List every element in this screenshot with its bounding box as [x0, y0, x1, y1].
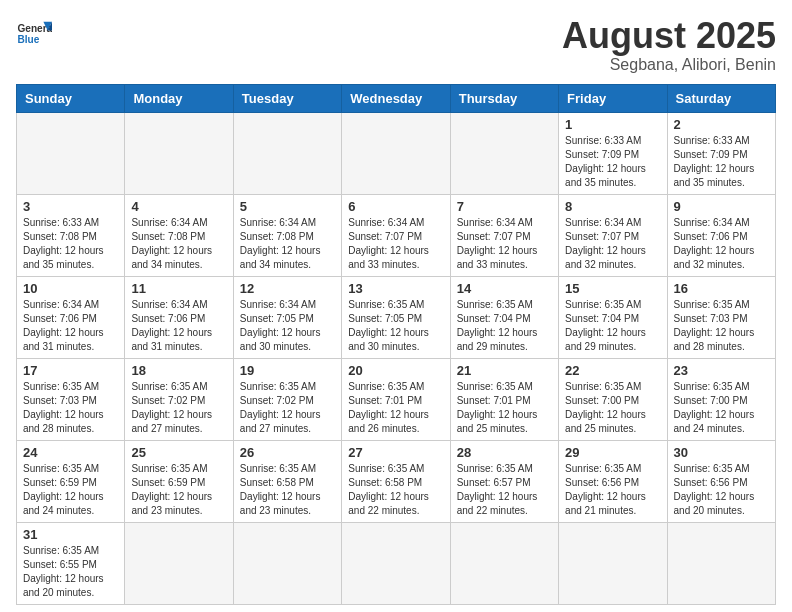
- calendar-day-cell: 4Sunrise: 6:34 AM Sunset: 7:08 PM Daylig…: [125, 194, 233, 276]
- calendar-day-cell: [17, 112, 125, 194]
- day-number: 17: [23, 363, 118, 378]
- day-info: Sunrise: 6:33 AM Sunset: 7:08 PM Dayligh…: [23, 216, 118, 272]
- day-number: 23: [674, 363, 769, 378]
- calendar-day-cell: 18Sunrise: 6:35 AM Sunset: 7:02 PM Dayli…: [125, 358, 233, 440]
- calendar-week-row: 1Sunrise: 6:33 AM Sunset: 7:09 PM Daylig…: [17, 112, 776, 194]
- day-number: 20: [348, 363, 443, 378]
- calendar-day-cell: 15Sunrise: 6:35 AM Sunset: 7:04 PM Dayli…: [559, 276, 667, 358]
- day-info: Sunrise: 6:35 AM Sunset: 7:04 PM Dayligh…: [565, 298, 660, 354]
- calendar-day-cell: 12Sunrise: 6:34 AM Sunset: 7:05 PM Dayli…: [233, 276, 341, 358]
- day-number: 15: [565, 281, 660, 296]
- calendar-day-cell: 9Sunrise: 6:34 AM Sunset: 7:06 PM Daylig…: [667, 194, 775, 276]
- calendar-header-friday: Friday: [559, 84, 667, 112]
- calendar-day-cell: [667, 522, 775, 604]
- calendar-day-cell: 31Sunrise: 6:35 AM Sunset: 6:55 PM Dayli…: [17, 522, 125, 604]
- calendar-day-cell: 26Sunrise: 6:35 AM Sunset: 6:58 PM Dayli…: [233, 440, 341, 522]
- calendar-day-cell: 23Sunrise: 6:35 AM Sunset: 7:00 PM Dayli…: [667, 358, 775, 440]
- day-number: 30: [674, 445, 769, 460]
- calendar-header-sunday: Sunday: [17, 84, 125, 112]
- calendar-day-cell: 1Sunrise: 6:33 AM Sunset: 7:09 PM Daylig…: [559, 112, 667, 194]
- day-number: 28: [457, 445, 552, 460]
- day-info: Sunrise: 6:35 AM Sunset: 7:03 PM Dayligh…: [23, 380, 118, 436]
- day-number: 29: [565, 445, 660, 460]
- day-info: Sunrise: 6:35 AM Sunset: 6:59 PM Dayligh…: [23, 462, 118, 518]
- day-info: Sunrise: 6:35 AM Sunset: 7:01 PM Dayligh…: [348, 380, 443, 436]
- calendar-day-cell: 10Sunrise: 6:34 AM Sunset: 7:06 PM Dayli…: [17, 276, 125, 358]
- calendar-day-cell: 29Sunrise: 6:35 AM Sunset: 6:56 PM Dayli…: [559, 440, 667, 522]
- day-number: 9: [674, 199, 769, 214]
- calendar-day-cell: 20Sunrise: 6:35 AM Sunset: 7:01 PM Dayli…: [342, 358, 450, 440]
- day-info: Sunrise: 6:33 AM Sunset: 7:09 PM Dayligh…: [565, 134, 660, 190]
- logo-icon: General Blue: [16, 16, 52, 52]
- day-info: Sunrise: 6:35 AM Sunset: 6:57 PM Dayligh…: [457, 462, 552, 518]
- day-number: 5: [240, 199, 335, 214]
- day-info: Sunrise: 6:35 AM Sunset: 6:55 PM Dayligh…: [23, 544, 118, 600]
- calendar-day-cell: 25Sunrise: 6:35 AM Sunset: 6:59 PM Dayli…: [125, 440, 233, 522]
- calendar-day-cell: 14Sunrise: 6:35 AM Sunset: 7:04 PM Dayli…: [450, 276, 558, 358]
- day-number: 11: [131, 281, 226, 296]
- calendar-day-cell: 30Sunrise: 6:35 AM Sunset: 6:56 PM Dayli…: [667, 440, 775, 522]
- logo: General Blue: [16, 16, 52, 52]
- calendar-day-cell: 11Sunrise: 6:34 AM Sunset: 7:06 PM Dayli…: [125, 276, 233, 358]
- calendar-header-saturday: Saturday: [667, 84, 775, 112]
- calendar-day-cell: 19Sunrise: 6:35 AM Sunset: 7:02 PM Dayli…: [233, 358, 341, 440]
- calendar-week-row: 3Sunrise: 6:33 AM Sunset: 7:08 PM Daylig…: [17, 194, 776, 276]
- calendar-day-cell: 17Sunrise: 6:35 AM Sunset: 7:03 PM Dayli…: [17, 358, 125, 440]
- day-number: 22: [565, 363, 660, 378]
- day-info: Sunrise: 6:35 AM Sunset: 6:56 PM Dayligh…: [565, 462, 660, 518]
- header: General Blue August 2025 Segbana, Alibor…: [16, 16, 776, 74]
- svg-text:Blue: Blue: [17, 34, 39, 45]
- day-number: 13: [348, 281, 443, 296]
- day-info: Sunrise: 6:34 AM Sunset: 7:05 PM Dayligh…: [240, 298, 335, 354]
- calendar-day-cell: 5Sunrise: 6:34 AM Sunset: 7:08 PM Daylig…: [233, 194, 341, 276]
- calendar-header-thursday: Thursday: [450, 84, 558, 112]
- day-info: Sunrise: 6:35 AM Sunset: 7:01 PM Dayligh…: [457, 380, 552, 436]
- calendar-day-cell: 7Sunrise: 6:34 AM Sunset: 7:07 PM Daylig…: [450, 194, 558, 276]
- day-number: 2: [674, 117, 769, 132]
- day-number: 8: [565, 199, 660, 214]
- day-info: Sunrise: 6:34 AM Sunset: 7:08 PM Dayligh…: [131, 216, 226, 272]
- calendar-day-cell: [125, 522, 233, 604]
- calendar-header-tuesday: Tuesday: [233, 84, 341, 112]
- calendar-day-cell: [450, 112, 558, 194]
- calendar-day-cell: [450, 522, 558, 604]
- calendar-header-row: SundayMondayTuesdayWednesdayThursdayFrid…: [17, 84, 776, 112]
- day-number: 19: [240, 363, 335, 378]
- month-title: August 2025: [562, 16, 776, 56]
- day-info: Sunrise: 6:35 AM Sunset: 7:00 PM Dayligh…: [565, 380, 660, 436]
- day-info: Sunrise: 6:34 AM Sunset: 7:06 PM Dayligh…: [131, 298, 226, 354]
- day-info: Sunrise: 6:35 AM Sunset: 6:56 PM Dayligh…: [674, 462, 769, 518]
- calendar-day-cell: 6Sunrise: 6:34 AM Sunset: 7:07 PM Daylig…: [342, 194, 450, 276]
- day-info: Sunrise: 6:35 AM Sunset: 7:02 PM Dayligh…: [240, 380, 335, 436]
- location-title: Segbana, Alibori, Benin: [562, 56, 776, 74]
- calendar-day-cell: 24Sunrise: 6:35 AM Sunset: 6:59 PM Dayli…: [17, 440, 125, 522]
- calendar-day-cell: 8Sunrise: 6:34 AM Sunset: 7:07 PM Daylig…: [559, 194, 667, 276]
- day-info: Sunrise: 6:35 AM Sunset: 6:58 PM Dayligh…: [348, 462, 443, 518]
- day-number: 21: [457, 363, 552, 378]
- calendar-week-row: 31Sunrise: 6:35 AM Sunset: 6:55 PM Dayli…: [17, 522, 776, 604]
- day-info: Sunrise: 6:35 AM Sunset: 6:58 PM Dayligh…: [240, 462, 335, 518]
- calendar-week-row: 17Sunrise: 6:35 AM Sunset: 7:03 PM Dayli…: [17, 358, 776, 440]
- day-info: Sunrise: 6:35 AM Sunset: 6:59 PM Dayligh…: [131, 462, 226, 518]
- calendar-day-cell: 2Sunrise: 6:33 AM Sunset: 7:09 PM Daylig…: [667, 112, 775, 194]
- day-number: 12: [240, 281, 335, 296]
- calendar-week-row: 24Sunrise: 6:35 AM Sunset: 6:59 PM Dayli…: [17, 440, 776, 522]
- calendar-day-cell: 27Sunrise: 6:35 AM Sunset: 6:58 PM Dayli…: [342, 440, 450, 522]
- day-number: 10: [23, 281, 118, 296]
- calendar-day-cell: [342, 522, 450, 604]
- day-info: Sunrise: 6:34 AM Sunset: 7:07 PM Dayligh…: [457, 216, 552, 272]
- day-number: 26: [240, 445, 335, 460]
- day-number: 4: [131, 199, 226, 214]
- calendar-header-monday: Monday: [125, 84, 233, 112]
- day-info: Sunrise: 6:35 AM Sunset: 7:03 PM Dayligh…: [674, 298, 769, 354]
- day-number: 18: [131, 363, 226, 378]
- day-info: Sunrise: 6:34 AM Sunset: 7:06 PM Dayligh…: [674, 216, 769, 272]
- day-number: 6: [348, 199, 443, 214]
- day-number: 1: [565, 117, 660, 132]
- calendar-week-row: 10Sunrise: 6:34 AM Sunset: 7:06 PM Dayli…: [17, 276, 776, 358]
- calendar-day-cell: [233, 522, 341, 604]
- day-info: Sunrise: 6:34 AM Sunset: 7:08 PM Dayligh…: [240, 216, 335, 272]
- day-info: Sunrise: 6:34 AM Sunset: 7:07 PM Dayligh…: [348, 216, 443, 272]
- day-number: 31: [23, 527, 118, 542]
- day-number: 7: [457, 199, 552, 214]
